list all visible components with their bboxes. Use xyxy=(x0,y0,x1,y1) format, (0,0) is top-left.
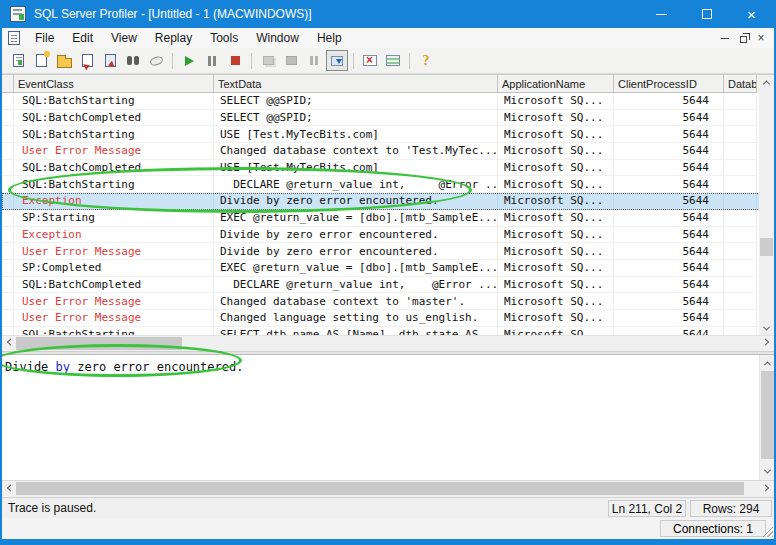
trace-row[interactable]: User Error MessageDivide by zero error e… xyxy=(2,243,774,260)
menu-window[interactable]: Window xyxy=(247,29,308,47)
menu-view[interactable]: View xyxy=(102,29,146,47)
status-message: Trace is paused. xyxy=(8,501,96,515)
close-icon[interactable]: × xyxy=(729,0,774,28)
cell-pid: 5644 xyxy=(614,310,724,327)
minimize-icon[interactable] xyxy=(639,0,684,28)
main-horizontal-scrollbar[interactable] xyxy=(2,480,774,497)
column-header-textdata[interactable]: TextData xyxy=(214,75,498,93)
cell-db xyxy=(724,160,757,177)
maximize-icon[interactable] xyxy=(684,0,729,28)
export-trace-icon[interactable] xyxy=(99,50,121,71)
trace-row[interactable]: User Error MessageChanged language setti… xyxy=(2,310,774,327)
mdi-close-icon[interactable]: × xyxy=(752,30,770,46)
trace-row[interactable]: User Error MessageChanged database conte… xyxy=(2,143,774,160)
cell-pid: 5644 xyxy=(614,110,724,127)
column-header-clientprocessid[interactable]: ClientProcessID xyxy=(614,75,724,93)
column-header-selector[interactable] xyxy=(2,75,14,93)
help-icon[interactable]: ? xyxy=(415,50,437,71)
organize-columns-icon[interactable] xyxy=(382,50,404,71)
document-icon xyxy=(8,31,20,45)
detail-vscroll-thumb[interactable] xyxy=(761,371,774,459)
cell-event: SQL:BatchStarting xyxy=(14,176,214,193)
main-hscroll-thumb[interactable] xyxy=(16,482,744,495)
toolbar-separator xyxy=(172,53,173,69)
trace-row[interactable]: SQL:BatchStartingUSE [Test.MyTecBits.com… xyxy=(2,126,774,143)
cell-event: SQL:BatchCompleted xyxy=(14,277,214,294)
cell-event: SQL:BatchCompleted xyxy=(14,110,214,127)
cell-app: Microsoft SQ... xyxy=(498,310,614,327)
cell-event: SQL:BatchStarting xyxy=(14,126,214,143)
grid-vertical-scrollbar[interactable] xyxy=(759,75,774,336)
pause-trace-icon[interactable] xyxy=(201,50,223,71)
trace-row[interactable]: User Error MessageChanged database conte… xyxy=(2,293,774,310)
status-row-count: Rows: 294 xyxy=(690,500,772,517)
cell-db xyxy=(724,176,757,193)
trace-properties-icon[interactable] xyxy=(7,50,29,71)
cell-event: User Error Message xyxy=(14,310,214,327)
find-icon[interactable] xyxy=(122,50,144,71)
cell-pid: 5644 xyxy=(614,143,724,160)
cell-text: DECLARE @return_value int, @Error ... xyxy=(214,277,498,294)
cell-text: SELECT @@SPID; xyxy=(214,110,498,127)
menu-help[interactable]: Help xyxy=(308,29,351,47)
scroll-right-icon[interactable] xyxy=(758,336,773,351)
auto-scroll-icon[interactable] xyxy=(326,50,348,71)
cell-event: User Error Message xyxy=(14,243,214,260)
trace-row[interactable]: SP:CompletedEXEC @return_value = [dbo].[… xyxy=(2,260,774,277)
cell-event: User Error Message xyxy=(14,143,214,160)
stop-trace-icon[interactable] xyxy=(224,50,246,71)
mdi-restore-icon[interactable] xyxy=(734,30,752,46)
new-trace-icon[interactable] xyxy=(30,50,52,71)
menu-tools[interactable]: Tools xyxy=(201,29,247,47)
cell-db xyxy=(724,110,757,127)
trace-row[interactable]: SQL:BatchCompleted DECLARE @return_value… xyxy=(2,277,774,294)
status-connections: Connections: 1 xyxy=(660,520,766,537)
cell-text: USE [Test.MyTecBits.com] xyxy=(214,160,498,177)
cell-sel xyxy=(2,260,14,277)
detail-pane[interactable]: Divide by zero error encountered. xyxy=(2,355,774,480)
column-header-datab[interactable]: Datab xyxy=(724,75,757,93)
detail-scroll-up-icon[interactable] xyxy=(760,356,775,371)
trace-row[interactable]: ExceptionDivide by zero error encountere… xyxy=(2,193,774,210)
start-trace-icon[interactable] xyxy=(178,50,200,71)
menu-edit[interactable]: Edit xyxy=(63,29,102,47)
mdi-minimize-icon[interactable] xyxy=(716,30,734,46)
grid-hscroll-thumb[interactable] xyxy=(16,337,182,350)
detail-vertical-scrollbar[interactable] xyxy=(759,355,774,480)
trace-row[interactable]: SQL:BatchCompletedUSE [Test.MyTecBits.co… xyxy=(2,160,774,177)
trace-row[interactable]: SQL:BatchStarting DECLARE @return_value … xyxy=(2,176,774,193)
cell-pid: 5644 xyxy=(614,176,724,193)
status-cursor-position: Ln 211, Col 2 xyxy=(608,500,686,517)
save-trace-icon[interactable] xyxy=(76,50,98,71)
scroll-up-icon[interactable] xyxy=(759,75,774,90)
grid-body: SQL:BatchStartingSELECT @@SPID;Microsoft… xyxy=(2,93,774,336)
trace-row[interactable]: SP:StartingEXEC @return_value = [dbo].[m… xyxy=(2,210,774,227)
column-header-eventclass[interactable]: EventClass xyxy=(14,75,214,93)
clear-trace-window-icon[interactable] xyxy=(359,50,381,71)
cell-db xyxy=(724,243,757,260)
cell-text: Divide by zero error encountered. xyxy=(214,243,498,260)
menu-file[interactable]: File xyxy=(26,29,63,47)
cell-db xyxy=(724,93,757,110)
scroll-down-icon[interactable] xyxy=(759,321,774,336)
cell-event: SQL:BatchStarting xyxy=(14,93,214,110)
trace-row[interactable]: ExceptionDivide by zero error encountere… xyxy=(2,227,774,244)
cell-db xyxy=(724,260,757,277)
eraser-icon[interactable] xyxy=(145,50,167,71)
cell-pid: 5644 xyxy=(614,243,724,260)
column-header-applicationname[interactable]: ApplicationName xyxy=(498,75,614,93)
main-scroll-right-icon[interactable] xyxy=(758,481,773,497)
trace-row[interactable]: SQL:BatchCompletedSELECT @@SPID;Microsof… xyxy=(2,110,774,127)
toolbar: ? xyxy=(2,48,774,74)
detail-scroll-down-icon[interactable] xyxy=(760,464,775,479)
cell-event: User Error Message xyxy=(14,293,214,310)
grid-horizontal-scrollbar[interactable] xyxy=(2,335,774,351)
detail-text-suffix: zero error encountered. xyxy=(70,360,243,374)
open-trace-icon[interactable] xyxy=(53,50,75,71)
cell-sel xyxy=(2,126,14,143)
menu-replay[interactable]: Replay xyxy=(146,29,201,47)
trace-row[interactable]: SQL:BatchStartingSELECT @@SPID;Microsoft… xyxy=(2,93,774,110)
cell-sel xyxy=(2,143,14,160)
grid-vscroll-thumb[interactable] xyxy=(760,238,773,256)
cell-text: Changed database context to 'master'. xyxy=(214,293,498,310)
